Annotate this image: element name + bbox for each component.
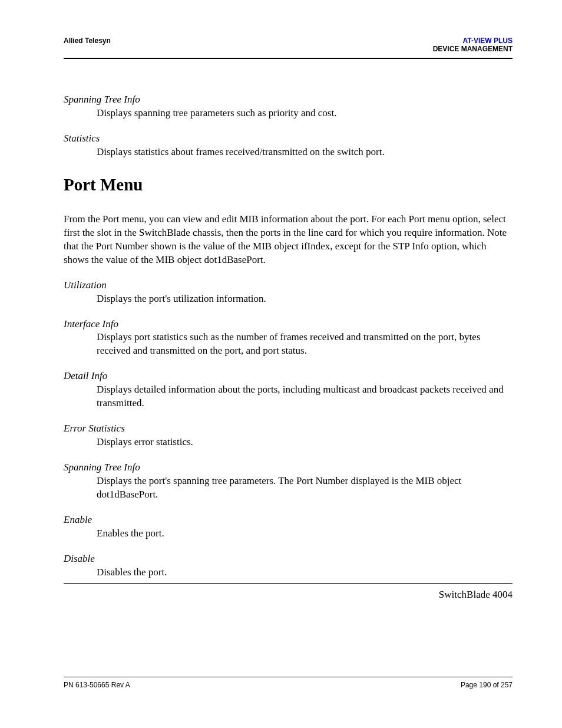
definition-description: Disables the port. xyxy=(97,566,513,579)
definition-description: Displays port statistics such as the num… xyxy=(97,331,513,358)
definition-term: Error Statistics xyxy=(64,422,513,436)
definition-term: Enable xyxy=(64,513,513,527)
definition-description: Enables the port. xyxy=(97,527,513,541)
header-product-name: AT-VIEW PLUS xyxy=(433,37,513,45)
definition-term: Utilization xyxy=(64,279,513,292)
definition-description: Displays the port's utilization informat… xyxy=(97,292,513,306)
separator-line xyxy=(64,583,513,584)
definition-item: Error Statistics Displays error statisti… xyxy=(64,422,513,449)
definition-description: Displays the port's spanning tree parame… xyxy=(97,475,513,502)
section-paragraph: From the Port menu, you can view and edi… xyxy=(64,213,513,267)
model-label: SwitchBlade 4004 xyxy=(64,588,513,602)
header-section-name: DEVICE MANAGEMENT xyxy=(433,45,513,53)
header-company: Allied Telesyn xyxy=(64,37,111,45)
definition-item: Spanning Tree Info Displays the port's s… xyxy=(64,461,513,502)
definition-item: Statistics Displays statistics about fra… xyxy=(64,132,513,159)
definition-term: Disable xyxy=(64,552,513,566)
definition-item: Enable Enables the port. xyxy=(64,513,513,541)
definition-term: Detail Info xyxy=(64,370,513,383)
definition-description: Displays spanning tree parameters such a… xyxy=(97,107,513,120)
definition-description: Displays error statistics. xyxy=(97,436,513,449)
definition-item: Interface Info Displays port statistics … xyxy=(64,318,513,358)
definition-item: Detail Info Displays detailed informatio… xyxy=(64,370,513,410)
definition-term: Spanning Tree Info xyxy=(64,93,513,107)
definition-description: Displays detailed information about the … xyxy=(97,383,513,410)
definition-term: Statistics xyxy=(64,132,513,146)
footer-page-number: Page 190 of 257 xyxy=(461,681,513,689)
section-heading: Port Menu xyxy=(64,173,513,196)
page-footer: PN 613-50665 Rev A Page 190 of 257 xyxy=(64,677,513,689)
definition-item: Disable Disables the port. xyxy=(64,552,513,579)
footer-part-number: PN 613-50665 Rev A xyxy=(64,681,130,689)
definition-term: Spanning Tree Info xyxy=(64,461,513,475)
definition-item: Spanning Tree Info Displays spanning tre… xyxy=(64,93,513,120)
page-header: Allied Telesyn AT-VIEW PLUS DEVICE MANAG… xyxy=(64,37,513,59)
header-product: AT-VIEW PLUS DEVICE MANAGEMENT xyxy=(433,37,513,53)
page-content: Spanning Tree Info Displays spanning tre… xyxy=(64,93,513,602)
definition-item: Utilization Displays the port's utilizat… xyxy=(64,279,513,306)
definition-description: Displays statistics about frames receive… xyxy=(97,146,513,159)
definition-term: Interface Info xyxy=(64,318,513,331)
